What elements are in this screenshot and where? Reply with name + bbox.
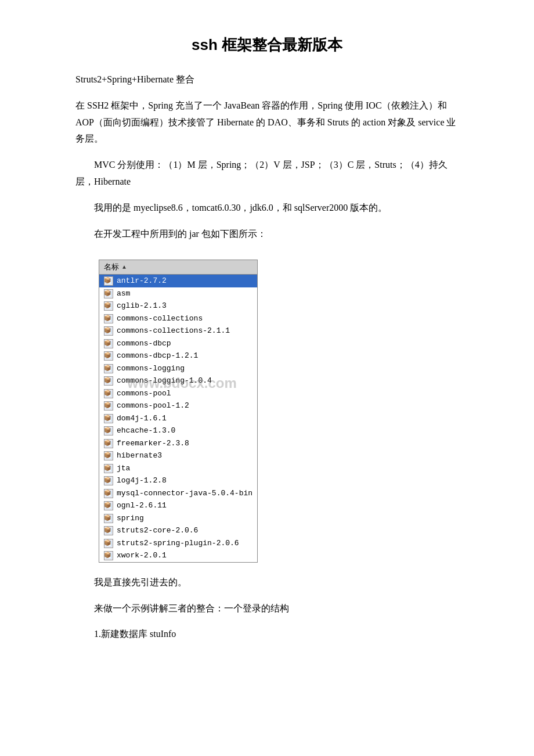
jar-file-icon: 📄 [104, 326, 113, 336]
jar-file-icon: 📄 [104, 364, 113, 373]
jar-file-name: xwork-2.0.1 [117, 550, 167, 561]
jar-file-icon: 📄 [104, 351, 113, 361]
paragraph-3: MVC 分别使用：（1）M 层，Spring；（2）V 层，JSP；（3）C 层… [75, 157, 459, 190]
jar-image-wrapper: 名标 ▲ 📄antlr-2.7.2📄asm📄cglib-2.1.3📄common… [99, 260, 258, 563]
jar-list-item[interactable]: 📄spring [99, 512, 257, 525]
paragraph-4: 我用的是 myeclipse8.6，tomcat6.0.30，jdk6.0，和 … [75, 200, 459, 217]
jar-file-name: commons-pool [117, 388, 171, 399]
jar-file-name: struts2-spring-plugin-2.0.6 [117, 538, 239, 549]
jar-file-icon: 📄 [104, 376, 113, 386]
jar-file-name: commons-pool-1.2 [117, 400, 189, 412]
jar-list-item[interactable]: 📄dom4j-1.6.1 [99, 412, 257, 425]
jar-file-icon: 📄 [104, 451, 113, 460]
jar-file-name: asm [117, 288, 130, 300]
jar-file-icon: 📄 [104, 551, 113, 560]
jar-file-icon: 📄 [104, 526, 113, 535]
jar-file-icon: 📄 [104, 389, 113, 398]
jar-file-icon: 📄 [104, 426, 113, 435]
jar-list-item[interactable]: 📄struts2-spring-plugin-2.0.6 [99, 537, 257, 550]
jar-list-item[interactable]: 📄commons-collections [99, 312, 257, 325]
jar-file-name: commons-collections [117, 313, 203, 325]
jar-list-item[interactable]: 📄commons-collections-2.1.1 [99, 325, 257, 337]
paragraph-2: 在 SSH2 框架中，Spring 充当了一个 JavaBean 容器的作用，S… [75, 98, 459, 147]
jar-file-icon: 📄 [104, 464, 113, 473]
jar-list-item[interactable]: 📄struts2-core-2.0.6 [99, 524, 257, 537]
jar-table-header: 名标 ▲ [99, 260, 257, 275]
jar-list-container: 名标 ▲ 📄antlr-2.7.2📄asm📄cglib-2.1.3📄common… [99, 260, 258, 563]
jar-list-item[interactable]: 📄mysql-connector-java-5.0.4-bin [99, 487, 257, 500]
jar-file-name: struts2-core-2.0.6 [117, 525, 198, 537]
jar-file-icon: 📄 [104, 339, 113, 348]
jar-list-item[interactable]: 📄cglib-2.1.3 [99, 300, 257, 312]
jar-list-item[interactable]: 📄xwork-2.0.1 [99, 549, 257, 562]
jar-file-icon: 📄 [104, 314, 113, 323]
jar-file-name: antlr-2.7.2 [117, 275, 167, 287]
jar-list-item[interactable]: 📄commons-dbcp-1.2.1 [99, 350, 257, 362]
jar-file-icon: 📄 [104, 301, 113, 311]
jar-list-item[interactable]: 📄ehcache-1.3.0 [99, 424, 257, 437]
jar-file-name: mysql-connector-java-5.0.4-bin [117, 488, 252, 499]
jar-file-name: ognl-2.6.11 [117, 500, 167, 512]
jar-file-icon: 📄 [104, 439, 113, 448]
jar-table: 名标 ▲ 📄antlr-2.7.2📄asm📄cglib-2.1.3📄common… [99, 260, 258, 563]
jar-list-item[interactable]: 📄commons-logging [99, 362, 257, 375]
page-title: ssh 框架整合最新版本 [75, 35, 459, 55]
jar-header-label: 名标 [104, 262, 119, 272]
jar-file-icon: 📄 [104, 289, 113, 298]
jar-file-name: jta [117, 463, 130, 474]
sort-arrow-icon: ▲ [122, 264, 126, 271]
jar-file-icon: 📄 [104, 476, 113, 485]
jar-list-item[interactable]: 📄asm [99, 287, 257, 300]
jar-list-item[interactable]: 📄hibernate3 [99, 449, 257, 462]
page-content: ssh 框架整合最新版本 Struts2+Spring+Hibernate 整合… [29, 0, 505, 687]
jar-file-icon: 📄 [104, 414, 113, 423]
jar-file-name: freemarker-2.3.8 [117, 438, 189, 449]
paragraph-8: 1.新建数据库 stuInfo [75, 626, 459, 643]
paragraph-1: Struts2+Spring+Hibernate 整合 [75, 71, 459, 88]
jar-file-name: hibernate3 [117, 450, 162, 462]
jar-list-item[interactable]: 📄commons-dbcp [99, 337, 257, 350]
jar-file-icon: 📄 [104, 401, 113, 411]
jar-file-name: log4j-1.2.8 [117, 475, 167, 487]
jar-list-item[interactable]: 📄commons-logging-1.0.4 [99, 375, 257, 387]
jar-file-name: commons-collections-2.1.1 [117, 325, 230, 337]
jar-file-name: commons-logging-1.0.4 [117, 375, 212, 387]
jar-list-item[interactable]: 📄jta [99, 462, 257, 475]
jar-file-name: dom4j-1.6.1 [117, 413, 167, 424]
jar-file-name: cglib-2.1.3 [117, 300, 167, 312]
jar-file-name: commons-dbcp [117, 338, 171, 350]
jar-file-icon: 📄 [104, 501, 113, 510]
jar-list-item[interactable]: 📄log4j-1.2.8 [99, 474, 257, 487]
jar-list-item[interactable]: 📄antlr-2.7.2 [99, 275, 257, 287]
jar-file-name: commons-logging [117, 363, 185, 375]
jar-file-icon: 📄 [104, 489, 113, 498]
paragraph-5: 在开发工程中所用到的 jar 包如下图所示： [75, 226, 459, 243]
jar-list-item[interactable]: 📄freemarker-2.3.8 [99, 437, 257, 450]
jar-file-name: ehcache-1.3.0 [117, 425, 175, 437]
jar-list-item[interactable]: 📄commons-pool-1.2 [99, 399, 257, 412]
jar-list-item[interactable]: 📄commons-pool [99, 387, 257, 400]
jar-file-icon: 📄 [104, 539, 113, 548]
paragraph-7: 来做一个示例讲解三者的整合：一个登录的结构 [75, 600, 459, 617]
jar-file-icon: 📄 [104, 514, 113, 523]
jar-file-icon: 📄 [104, 276, 113, 286]
jar-file-name: commons-dbcp-1.2.1 [117, 350, 198, 362]
paragraph-6: 我是直接先引进去的。 [75, 574, 459, 591]
jar-rows-container: 📄antlr-2.7.2📄asm📄cglib-2.1.3📄commons-col… [99, 275, 257, 562]
jar-list-item[interactable]: 📄ognl-2.6.11 [99, 499, 257, 512]
jar-file-name: spring [117, 513, 144, 524]
